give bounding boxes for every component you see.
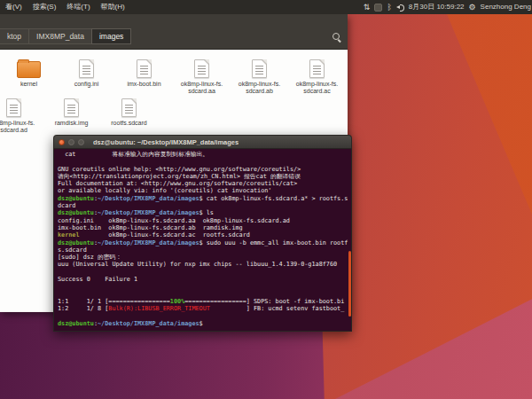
user-indicator[interactable]: Senzhong Deng: [481, 0, 531, 14]
input-method-icon[interactable]: [374, 4, 382, 12]
terminal-line: cat 将标准输入的内容复制到标准输出。: [58, 151, 351, 158]
file-label: ramdisk.img: [55, 120, 89, 127]
menu-item[interactable]: 帮助(H): [96, 0, 130, 14]
indicator-area: ⇅ ᛒ 8月30日 10:59:22 ⚙ Senzhong Deng: [364, 0, 532, 14]
file-label: imx-boot.bin: [127, 81, 160, 88]
file-icon-glyph: [79, 59, 94, 78]
menu-item[interactable]: 终端(T): [61, 0, 95, 14]
file-ok8mp-linux-fs.sdcard.ac[interactable]: ok8mp-linux-fs.sdcard.ac: [288, 57, 346, 95]
terminal-line: 1:2 1/ 8 [Bulk(R):LIBUSB_ERROR_TIMEOUT ]…: [58, 305, 351, 312]
terminal-titlebar[interactable]: dsz@ubuntu: ~/Desktop/IMX8MP_data/images: [53, 135, 352, 149]
terminal-line: kernel ok8mp-linux-fs.sdcard.ac rootfs.s…: [58, 231, 351, 239]
maximize-button[interactable]: [78, 139, 84, 145]
file-icon-glyph: [137, 59, 152, 78]
terminal-line: [58, 158, 351, 165]
terminal-line: config.ini ok8mp-linux-fs.sdcard.aa ok8m…: [58, 217, 351, 224]
terminal-title: dsz@ubuntu: ~/Desktop/IMX8MP_data/images: [93, 138, 239, 146]
app-menu: 看(V)搜索(S)终端(T)帮助(H): [0, 0, 130, 14]
close-button[interactable]: [59, 139, 65, 145]
file-icon: [252, 57, 267, 78]
terminal-line: Full documentation at: <http://www.gnu.o…: [58, 180, 351, 187]
terminal-line: s.sdcard: [58, 246, 351, 254]
file-icon-glyph: [121, 98, 137, 117]
breadcrumb-images[interactable]: images: [91, 28, 131, 44]
terminal-line: 1:1 1/ 1 [=================100%=========…: [58, 298, 351, 305]
terminal-line: 请向<http://translationproject.org/team/zh…: [58, 173, 351, 180]
folder-kernel[interactable]: kernel: [0, 57, 58, 95]
file-icon: [6, 96, 21, 117]
file-label: ok8mp-linux-fs.sdcard.ac: [296, 81, 338, 95]
file-label: kernel: [20, 81, 37, 88]
file-icon: [309, 57, 325, 78]
global-menu-bar: 看(V)搜索(S)终端(T)帮助(H) ⇅ ᛒ 8月30日 10:59:22 ⚙…: [0, 0, 532, 14]
terminal-line: [sudo] dsz 的密码：: [58, 254, 351, 261]
terminal-scrollbar[interactable]: [348, 251, 351, 317]
file-ok8mp-linux-fs.sdcard.ab[interactable]: ok8mp-linux-fs.sdcard.ab: [231, 57, 288, 95]
terminal-line: dsz@ubuntu:~/Desktop/IMX8MP_data/images$…: [58, 195, 351, 202]
terminal-line: [58, 291, 351, 298]
file-label: config.ini: [74, 81, 99, 88]
file-icon-glyph: [252, 59, 267, 78]
menu-item[interactable]: 搜索(S): [27, 0, 62, 14]
folder-icon: [17, 57, 41, 78]
file-icon-glyph: [64, 98, 79, 117]
terminal-line: uuu (Universal Update Utility) for nxp i…: [58, 261, 351, 268]
menu-item[interactable]: 看(V): [0, 0, 27, 14]
terminal-line: dcard: [58, 202, 351, 209]
file-manager-toolbar: ktopIMX8MP_dataimages: [0, 14, 348, 50]
file-icon: [194, 57, 209, 78]
terminal-line: GNU coreutils online help: <http://www.g…: [58, 166, 351, 173]
file-icon: [137, 57, 152, 78]
file-ok8mp-linux-fs.sdcard.aa[interactable]: ok8mp-linux-fs.sdcard.aa: [173, 57, 231, 95]
file-label: ok8mp-linux-fs.sdcard.ab: [239, 81, 280, 95]
minimize-button[interactable]: [68, 139, 74, 145]
terminal-output[interactable]: cat 将标准输入的内容复制到标准输出。 GNU coreutils onlin…: [53, 149, 352, 332]
file-grid-row: kernelconfig.iniimx-boot.binok8mp-linux-…: [0, 57, 346, 95]
file-icon-glyph: [6, 98, 21, 117]
volume-icon[interactable]: [396, 4, 404, 12]
clock-indicator[interactable]: 8月30日 10:59:22: [409, 0, 465, 14]
bluetooth-icon[interactable]: ᛒ: [387, 0, 391, 14]
file-icon: [79, 57, 94, 78]
terminal-lines: cat 将标准输入的内容复制到标准输出。 GNU coreutils onlin…: [58, 151, 351, 327]
breadcrumb-imx8mp_data[interactable]: IMX8MP_data: [28, 28, 91, 44]
search-icon[interactable]: [332, 32, 342, 43]
file-label: ok8mp-linux-fs.sdcard.ad: [0, 120, 35, 134]
file-grid-row: ok8mp-linux-fs.sdcard.adramdisk.imgrootf…: [0, 96, 158, 134]
file-label: rootfs.sdcard: [111, 120, 146, 127]
breadcrumb: ktopIMX8MP_dataimages: [0, 28, 131, 44]
file-icon: [121, 96, 137, 117]
terminal-line: [58, 283, 351, 290]
terminal-line: dsz@ubuntu:~/Desktop/IMX8MP_data/images$…: [58, 209, 351, 216]
folder-icon-glyph: [17, 61, 41, 78]
file-rootfs.sdcard[interactable]: rootfs.sdcard: [100, 96, 158, 134]
file-ok8mp-linux-fs.sdcard.ad[interactable]: ok8mp-linux-fs.sdcard.ad: [0, 96, 43, 134]
file-ramdisk.img[interactable]: ramdisk.img: [43, 96, 100, 134]
file-config.ini[interactable]: config.ini: [58, 57, 115, 95]
breadcrumb-ktop[interactable]: ktop: [0, 28, 28, 44]
terminal-line: [58, 313, 351, 320]
terminal-line: [58, 269, 351, 276]
network-icon[interactable]: ⇅: [364, 0, 371, 14]
session-gear-icon[interactable]: ⚙: [469, 0, 476, 14]
file-imx-boot.bin[interactable]: imx-boot.bin: [115, 57, 173, 95]
file-icon-glyph: [309, 59, 325, 78]
terminal-window: dsz@ubuntu: ~/Desktop/IMX8MP_data/images…: [53, 135, 352, 332]
terminal-line: dsz@ubuntu:~/Desktop/IMX8MP_data/images$…: [58, 239, 351, 246]
terminal-line: Success 0 Failure 1: [58, 276, 351, 283]
file-icon-glyph: [194, 59, 209, 78]
terminal-line: dsz@ubuntu:~/Desktop/IMX8MP_data/images$: [58, 320, 351, 327]
terminal-line: or available locally via: info '(coreuti…: [58, 187, 351, 194]
file-label: ok8mp-linux-fs.sdcard.aa: [181, 81, 223, 95]
file-icon: [64, 96, 79, 117]
terminal-line: imx-boot.bin ok8mp-linux-fs.sdcard.ab ra…: [58, 224, 351, 231]
desktop: 看(V)搜索(S)终端(T)帮助(H) ⇅ ᛒ 8月30日 10:59:22 ⚙…: [0, 0, 532, 399]
